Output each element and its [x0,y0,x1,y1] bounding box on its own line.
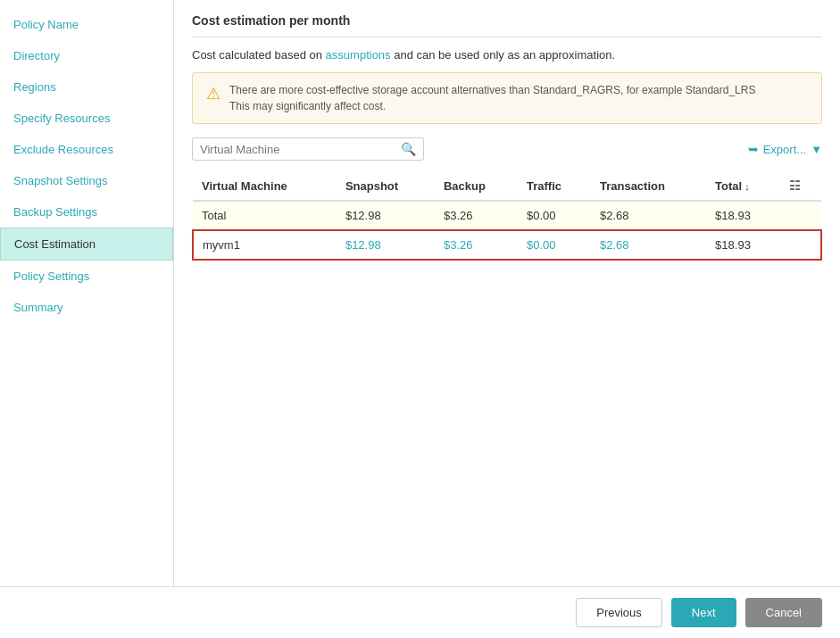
warning-box: ⚠ There are more cost-effective storage … [192,72,822,124]
row-transaction-cell[interactable]: $2.68 [591,230,706,260]
total-snapshot-cell: $12.98 [337,201,435,230]
warning-message: There are more cost-effective storage ac… [229,82,755,114]
row-backup-cell[interactable]: $3.26 [435,230,518,260]
next-button[interactable]: Next [671,598,736,627]
sidebar-item-policy-name[interactable]: Policy Name [0,9,173,40]
col-header-total[interactable]: Total [706,171,780,201]
col-header-grid[interactable]: ☷ [780,171,821,201]
grid-icon: ☷ [789,178,801,193]
total-traffic-cell: $0.00 [518,201,591,230]
assumptions-link[interactable]: assumptions [326,48,391,62]
sidebar: Policy Name Directory Regions Specify Re… [0,0,174,586]
total-transaction-cell: $2.68 [591,201,706,230]
sidebar-item-policy-settings[interactable]: Policy Settings [0,261,173,292]
export-button[interactable]: ➥ Export... ▼ [748,142,822,156]
intro-text: Cost calculated based on assumptions and… [192,48,822,62]
cost-table: Virtual Machine Snapshot Backup Traffic … [192,171,822,261]
sidebar-item-snapshot-settings[interactable]: Snapshot Settings [0,165,173,196]
row-vm-cell: myvm1 [193,230,337,260]
col-header-traffic: Traffic [518,171,591,201]
search-input[interactable] [200,143,401,156]
sidebar-item-cost-estimation[interactable]: Cost Estimation [0,228,173,261]
col-header-snapshot: Snapshot [337,171,435,201]
previous-button[interactable]: Previous [576,598,662,627]
col-header-transaction: Transaction [591,171,706,201]
row-traffic-cell[interactable]: $0.00 [518,230,591,260]
search-icon: 🔍 [401,142,416,156]
warning-icon: ⚠ [206,84,220,104]
cancel-button[interactable]: Cancel [745,598,822,627]
sidebar-item-specify-resources[interactable]: Specify Resources [0,103,173,134]
sidebar-item-summary[interactable]: Summary [0,292,173,323]
row-snapshot-cell[interactable]: $12.98 [337,230,435,260]
toolbar: 🔍 ➥ Export... ▼ [192,137,822,161]
row-total-cell: $18.93 [706,230,780,260]
total-backup-cell: $3.26 [435,201,518,230]
sidebar-item-exclude-resources[interactable]: Exclude Resources [0,134,173,165]
sidebar-item-regions[interactable]: Regions [0,71,173,103]
col-header-vm: Virtual Machine [193,171,337,201]
row-action-cell [780,230,821,260]
table-row-total: Total $12.98 $3.26 $0.00 $2.68 $18.93 [193,201,821,230]
col-header-backup: Backup [435,171,518,201]
export-arrow-icon: ➥ [748,142,759,156]
search-box[interactable]: 🔍 [192,137,424,161]
sidebar-item-directory[interactable]: Directory [0,40,173,71]
total-vm-cell: Total [193,201,337,230]
total-total-cell: $18.93 [706,201,780,230]
chevron-down-icon: ▼ [811,143,822,156]
total-action-cell [780,201,821,230]
content-area: Cost estimation per month Cost calculate… [174,0,840,586]
sidebar-item-backup-settings[interactable]: Backup Settings [0,196,173,228]
page-title: Cost estimation per month [192,13,822,37]
table-row: myvm1 $12.98 $3.26 $0.00 $2.68 $18.93 [193,230,821,260]
footer: Previous Next Cancel [0,586,840,638]
